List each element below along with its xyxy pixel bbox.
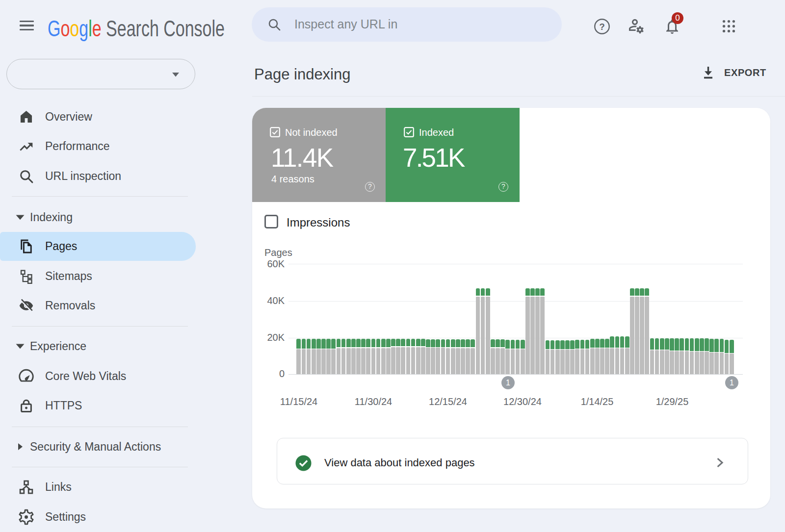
svg-text:?: ? (599, 22, 604, 32)
